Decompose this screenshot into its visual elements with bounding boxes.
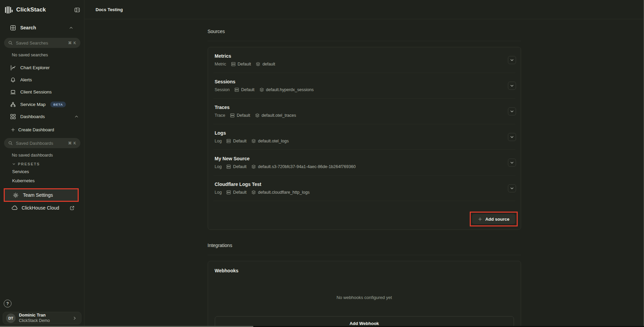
layers-icon [255, 113, 260, 118]
app-title: ClickStack [16, 6, 46, 13]
search-section-icon [10, 25, 16, 31]
create-dashboard-button[interactable]: Create Dashboard [11, 125, 54, 134]
source-row-logs: Logs Log Default default.otel_l [213, 124, 515, 150]
sidebar-item-dashboards[interactable]: Dashboards [0, 112, 84, 121]
presets-header[interactable]: PRESETS [12, 161, 40, 167]
layers-icon [251, 164, 256, 169]
network-icon [10, 102, 16, 107]
source-table: default.cloudflare_http_logs [258, 190, 310, 195]
server-icon [226, 139, 231, 143]
layers-icon [259, 87, 264, 92]
sidebar-item-alerts[interactable]: Alerts [0, 75, 84, 84]
expand-source-button[interactable] [508, 107, 516, 115]
preset-item-kubernetes[interactable]: Kubernetes [12, 176, 35, 185]
expand-source-button[interactable] [508, 133, 516, 141]
chevron-right-icon [72, 316, 77, 321]
search-icon [8, 141, 13, 145]
saved-searches-placeholder: Saved Searches [16, 40, 68, 46]
source-row-traces: Traces Trace Default default.ot [213, 99, 515, 124]
clickhouse-cloud-label: ClickHouse Cloud [22, 205, 59, 211]
sidebar-item-clickhouse-cloud[interactable]: ClickHouse Cloud [0, 203, 84, 213]
source-title: My New Source [215, 156, 356, 161]
add-source-button[interactable]: Add source [472, 214, 515, 224]
team-settings-annotation-box: Team Settings [4, 188, 79, 202]
sources-footer: Add source [208, 201, 521, 229]
no-saved-searches-text: No saved searches [12, 53, 48, 57]
source-info: Logs Log Default default.otel_l [215, 130, 289, 143]
expand-source-button[interactable] [508, 82, 516, 90]
source-meta: Log Default default.cloudflare_http_logs [215, 190, 310, 195]
source-info: My New Source Log Default defau [215, 156, 356, 169]
chevron-up-icon[interactable] [74, 114, 79, 119]
search-section-label: Search [20, 25, 36, 30]
source-kind: Log [215, 190, 222, 195]
team-settings-label: Team Settings [23, 192, 53, 198]
source-connection: Default [237, 113, 250, 118]
sidebar-section-search[interactable]: Search [10, 23, 79, 32]
topbar: Docs Testing [84, 0, 644, 19]
sidebar-item-label: Alerts [20, 77, 32, 82]
webhooks-title: Webhooks [215, 268, 239, 273]
external-link-icon [70, 206, 75, 211]
cloud-icon [11, 205, 18, 211]
source-title: Metrics [215, 53, 275, 59]
source-title: Cloudflare Logs Test [215, 182, 310, 187]
add-webhook-button[interactable]: Add Webhook [215, 316, 514, 327]
source-table: default [262, 62, 275, 66]
help-button[interactable]: ? [4, 300, 11, 307]
user-card[interactable]: DT Dominic Tran ClickStack Demo [3, 312, 81, 324]
create-dashboard-label: Create Dashboard [18, 127, 54, 132]
source-info: Traces Trace Default default.ot [215, 105, 296, 118]
server-icon [231, 62, 236, 66]
source-kind: Session [215, 87, 230, 92]
source-row-metrics: Metrics Metric Default default [213, 47, 515, 73]
saved-searches-input[interactable]: Saved Searches ⌘ K [4, 38, 80, 48]
sidebar-item-client-sessions[interactable]: Client Sessions [0, 87, 84, 97]
source-table: default.otel_logs [258, 139, 289, 143]
source-meta: Log Default default.otel_logs [215, 139, 289, 143]
preset-item-services[interactable]: Services [12, 167, 29, 175]
sidebar: ClickStack Search [0, 0, 84, 327]
server-icon [230, 113, 235, 118]
grid-icon [10, 114, 16, 119]
sidebar-item-chart-explorer[interactable]: Chart Explorer [0, 63, 84, 72]
sidebar-item-label: Dashboards [20, 114, 45, 119]
sources-panel: Metrics Metric Default default [208, 47, 521, 230]
expand-source-button[interactable] [508, 56, 516, 64]
logo-row: ClickStack [5, 5, 80, 15]
integrations-heading: Integrations [208, 243, 521, 248]
chevron-up-icon[interactable] [69, 26, 73, 30]
webhooks-empty-text: No webhooks configured yet [208, 295, 521, 300]
saved-dashboards-placeholder: Saved Dashboards [16, 141, 68, 146]
source-info: Sessions Session Default defaul [215, 79, 314, 92]
user-meta: Dominic Tran ClickStack Demo [19, 313, 50, 323]
source-meta: Metric Default default [215, 62, 275, 66]
add-source-annotation-box: Add source [470, 212, 518, 226]
saved-dashboards-input[interactable]: Saved Dashboards ⌘ K [4, 138, 80, 148]
expand-source-button[interactable] [508, 159, 516, 167]
sidebar-item-label: Client Sessions [20, 89, 52, 94]
source-meta: Session Default default.hyperdx_sessions [215, 87, 314, 92]
source-connection: Default [241, 87, 255, 92]
source-connection: Default [238, 62, 251, 66]
sidebar-item-label: Chart Explorer [20, 65, 50, 70]
gear-icon [13, 192, 19, 198]
divider [208, 41, 521, 41]
source-info: Cloudflare Logs Test Log Default [215, 182, 310, 195]
source-table: default.otel_traces [262, 113, 296, 118]
search-icon [8, 40, 13, 45]
expand-source-button[interactable] [508, 184, 516, 192]
user-name: Dominic Tran [19, 313, 50, 318]
page-title: Docs Testing [96, 7, 123, 12]
sidebar-item-label: Service Map [20, 102, 46, 107]
main-area: Docs Testing Sources Metrics Metric [84, 0, 644, 327]
chevron-down-icon [12, 162, 16, 166]
source-info: Metrics Metric Default default [215, 53, 275, 66]
content-scroll-area[interactable]: Sources Metrics Metric Default [84, 19, 644, 327]
sidebar-item-team-settings[interactable]: Team Settings [5, 189, 78, 201]
bell-icon [10, 77, 16, 83]
source-connection: Default [233, 139, 247, 143]
plus-icon [11, 128, 15, 132]
sidebar-collapse-icon[interactable] [74, 7, 80, 13]
sidebar-item-service-map[interactable]: Service Map BETA [0, 100, 84, 109]
